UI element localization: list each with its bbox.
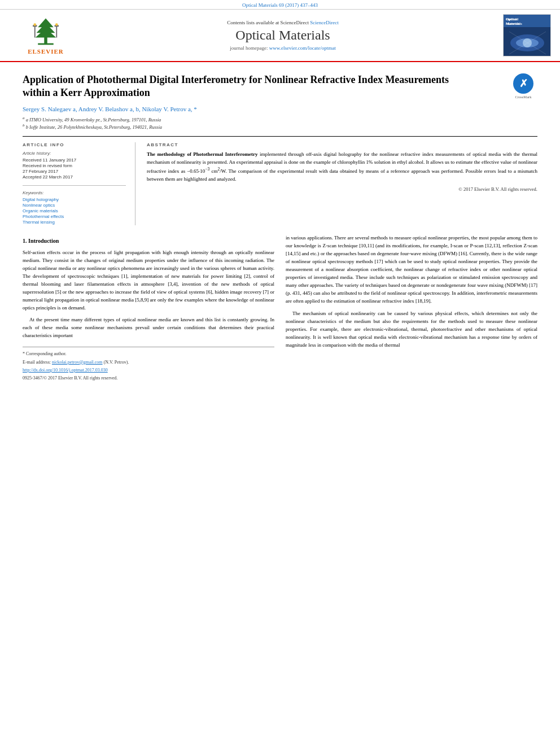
affiliations: a a ITMO University, 49 Kronverksky pr.,…: [23, 116, 537, 130]
elsevier-wordmark: ELSEVIER: [28, 48, 64, 55]
history-accepted: Accepted 22 March 2017: [23, 174, 126, 180]
top-citation-bar: Optical Materials 69 (2017) 437–443: [0, 0, 560, 10]
footnote-email: E-mail address: nickolai.petrov@gmail.co…: [23, 359, 274, 366]
authors: Sergey S. Nalegaev a, Andrey V. Belashov…: [23, 106, 537, 112]
keywords-label: Keywords:: [23, 190, 126, 195]
journal-cover-label: OpticalMaterials: [506, 17, 522, 26]
journal-homepage: journal homepage: www.elsevier.com/locat…: [82, 45, 483, 51]
abstract-heading: ABSTRACT: [147, 142, 537, 147]
affiliation-a: a a ITMO University, 49 Kronverksky pr.,…: [23, 116, 537, 123]
svg-point-17: [523, 38, 532, 47]
crossmark-block[interactable]: ✗ CrossMark: [509, 73, 537, 99]
doi-link[interactable]: http://dx.doi.org/10.1016/j.optmat.2017.…: [23, 368, 108, 373]
citation-text: Optical Materials 69 (2017) 437–443: [242, 2, 318, 8]
abstract-section: ABSTRACT The methodology of Photothermal…: [147, 142, 537, 225]
keyword-4: Photothermal effects: [23, 214, 126, 219]
svg-rect-1: [38, 43, 54, 45]
svg-rect-5: [34, 26, 36, 37]
article-info-section: ARTICLE INFO Article history: Received 1…: [23, 142, 135, 225]
elsevier-logo: ELSEVIER: [28, 16, 64, 55]
article-info-heading: ARTICLE INFO: [23, 142, 126, 147]
article-title: Application of Photothermal Digital Inte…: [23, 73, 463, 100]
history-revised-label: Received in revised form: [23, 163, 126, 168]
body-para-2: At the present time many different types…: [23, 316, 274, 340]
body-column-right: in various applications. There are sever…: [286, 234, 537, 383]
journal-name: Optical Materials: [82, 28, 483, 43]
journal-cover-block: OpticalMaterials Optical Materials: [483, 14, 551, 56]
journal-cover-image: OpticalMaterials Optical Materials: [503, 14, 551, 56]
crossmark-label: CrossMark: [509, 95, 537, 99]
footnote-issn: 0925-3467/© 2017 Elsevier B.V. All right…: [23, 375, 274, 382]
keyword-5: Thermal lensing: [23, 220, 126, 225]
history-revised-date: 27 February 2017: [23, 169, 126, 174]
abstract-text: The methodology of Photothermal Interfer…: [147, 151, 537, 183]
footnote-corresponding: * Corresponding author.: [23, 351, 274, 357]
body-para-1: Self-action effects occur in the process…: [23, 249, 274, 312]
keyword-1: Digital holography: [23, 197, 126, 202]
email-link[interactable]: nickolai.petrov@gmail.com: [52, 360, 103, 365]
keywords-section: Keywords: Digital holography Nonlinear o…: [23, 185, 126, 225]
sciencedirect-text: Contents lists available at ScienceDirec…: [82, 20, 483, 25]
keyword-2: Nonlinear optics: [23, 203, 126, 208]
article-content: Application of Photothermal Digital Inte…: [0, 62, 560, 395]
body-column-left: 1. Introduction Self-action effects occu…: [23, 234, 274, 383]
svg-rect-8: [56, 26, 57, 37]
journal-title-block: Contents lists available at ScienceDirec…: [82, 20, 483, 51]
svg-point-7: [33, 23, 36, 26]
keyword-3: Organic materials: [23, 208, 126, 213]
history-label: Article history:: [23, 151, 126, 156]
elsevier-branding: ELSEVIER: [9, 16, 82, 55]
section-1-title: 1. Introduction: [23, 237, 274, 246]
journal-header: ELSEVIER Contents lists available at Sci…: [0, 10, 560, 62]
affiliation-b: b b Ioffe Institute, 26 Polytekhnicheska…: [23, 123, 537, 130]
body-para-3: in various applications. There are sever…: [286, 234, 537, 305]
copyright-notice: © 2017 Elsevier B.V. All rights reserved…: [147, 186, 537, 192]
title-row: Application of Photothermal Digital Inte…: [23, 73, 537, 106]
footnotes: * Corresponding author. E-mail address: …: [23, 347, 274, 382]
body-para-4: The mechanism of optical nonlinearity ca…: [286, 310, 537, 350]
history-received: Received 11 January 2017: [23, 158, 126, 163]
body-columns: 1. Introduction Self-action effects occu…: [23, 234, 537, 383]
sciencedirect-link[interactable]: ScienceDirect: [310, 20, 338, 25]
svg-point-10: [55, 23, 58, 26]
footnote-doi: http://dx.doi.org/10.1016/j.optmat.2017.…: [23, 367, 274, 374]
svg-rect-0: [44, 37, 47, 44]
crossmark-icon: ✗: [513, 73, 533, 94]
article-info-abstract-block: ARTICLE INFO Article history: Received 1…: [23, 136, 537, 225]
journal-url[interactable]: www.elsevier.com/locate/optmat: [269, 45, 336, 51]
elsevier-tree-icon: [29, 16, 63, 47]
